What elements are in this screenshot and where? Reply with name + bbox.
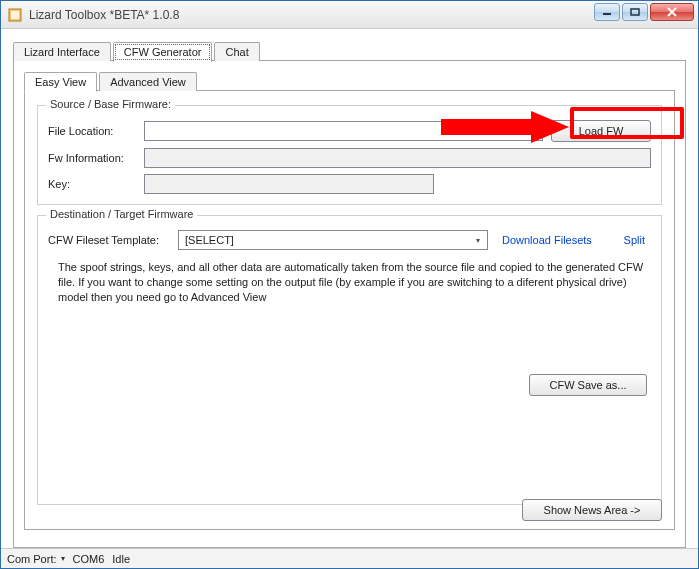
cfw-save-as-button[interactable]: CFW Save as... bbox=[529, 374, 647, 396]
com-port-selector[interactable]: Com Port: ▾ bbox=[7, 553, 65, 565]
svg-rect-1 bbox=[11, 11, 19, 19]
key-display bbox=[144, 174, 434, 194]
download-filesets-link[interactable]: Download Filesets bbox=[502, 234, 592, 246]
show-news-area-button[interactable]: Show News Area -> bbox=[522, 499, 662, 521]
app-icon bbox=[7, 7, 23, 23]
sub-tabpanel: Source / Base Firmware: File Location: L… bbox=[24, 90, 675, 530]
chevron-down-icon: ▾ bbox=[61, 554, 65, 563]
group-source: Source / Base Firmware: File Location: L… bbox=[37, 105, 662, 205]
close-button[interactable] bbox=[650, 3, 694, 21]
titlebar: Lizard Toolbox *BETA* 1.0.8 bbox=[1, 1, 698, 29]
cfw-template-selected: [SELECT] bbox=[185, 234, 234, 246]
sub-tabstrip: Easy View Advanced View bbox=[24, 69, 677, 91]
tab-cfw-generator[interactable]: CFW Generator bbox=[113, 42, 213, 62]
window-title: Lizard Toolbox *BETA* 1.0.8 bbox=[29, 8, 179, 22]
destination-info-text: The spoof strings, keys, and all other d… bbox=[58, 260, 645, 305]
fw-information-display bbox=[144, 148, 651, 168]
tab-chat[interactable]: Chat bbox=[214, 42, 259, 61]
minimize-button[interactable] bbox=[594, 3, 620, 21]
group-source-legend: Source / Base Firmware: bbox=[46, 98, 175, 110]
svg-rect-2 bbox=[603, 13, 611, 15]
split-link[interactable]: Split bbox=[624, 234, 645, 246]
tab-easy-view[interactable]: Easy View bbox=[24, 72, 97, 92]
tab-advanced-view[interactable]: Advanced View bbox=[99, 72, 197, 91]
label-key: Key: bbox=[48, 178, 144, 190]
statusbar: Com Port: ▾ COM6 Idle bbox=[1, 548, 698, 568]
chevron-down-icon: ▾ bbox=[471, 233, 485, 247]
maximize-button[interactable] bbox=[622, 3, 648, 21]
label-com-port: Com Port: bbox=[7, 553, 57, 565]
main-tabpanel: Easy View Advanced View Source / Base Fi… bbox=[13, 60, 686, 548]
label-cfw-template: CFW Fileset Template: bbox=[48, 234, 178, 246]
status-state: Idle bbox=[112, 553, 130, 565]
group-destination: Destination / Target Firmware CFW Filese… bbox=[37, 215, 662, 505]
load-fw-button[interactable]: Load FW bbox=[551, 120, 651, 142]
tab-lizard-interface[interactable]: Lizard Interface bbox=[13, 42, 111, 61]
com-port-value: COM6 bbox=[73, 553, 105, 565]
svg-rect-3 bbox=[631, 9, 639, 15]
cfw-template-dropdown[interactable]: [SELECT] ▾ bbox=[178, 230, 488, 250]
group-destination-legend: Destination / Target Firmware bbox=[46, 208, 197, 220]
file-location-input[interactable] bbox=[144, 121, 543, 141]
label-fw-information: Fw Information: bbox=[48, 152, 144, 164]
label-file-location: File Location: bbox=[48, 125, 144, 137]
main-tabstrip: Lizard Interface CFW Generator Chat bbox=[13, 39, 686, 61]
